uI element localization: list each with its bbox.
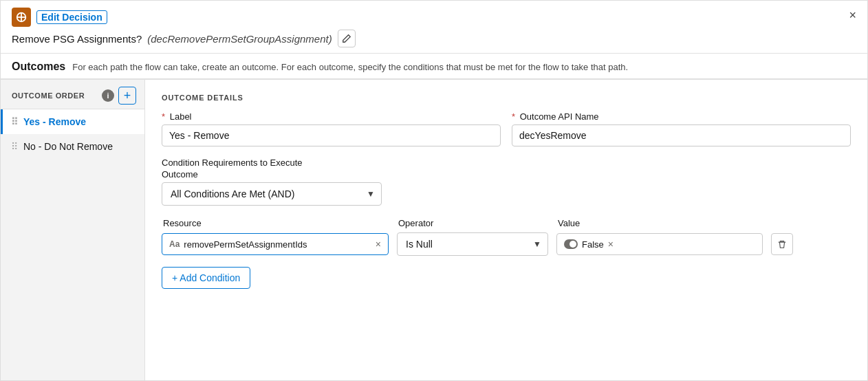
conditions-table: Resource Operator Value Aa removePermSet… (162, 218, 851, 256)
edit-name-button[interactable] (338, 30, 356, 47)
condition-req-label-2: Outcome (162, 169, 851, 179)
label-field-group: * Label (162, 111, 501, 146)
add-condition-button[interactable]: + Add Condition (162, 267, 250, 289)
condition-dropdown-wrapper: All Conditions Are Met (AND) Any Conditi… (162, 182, 382, 206)
sidebar-item-label-2: No - Do Not Remove (23, 141, 113, 152)
resource-type-icon: Aa (169, 239, 180, 249)
info-icon[interactable]: i (102, 89, 114, 102)
sidebar-header: OUTCOME ORDER i + (1, 80, 144, 109)
api-name-field-group: * Outcome API Name (512, 111, 851, 146)
modal-subtitle: Remove PSG Assignments? (decRemovePermSe… (12, 30, 856, 47)
sidebar-item-yes-remove[interactable]: ⠿ Yes - Remove (1, 109, 144, 134)
label-apiname-row: * Label * Outcome API Name (162, 111, 851, 146)
delete-condition-button[interactable] (771, 233, 793, 255)
col-header-value: Value (558, 218, 764, 228)
drag-handle-icon-2: ⠿ (11, 141, 18, 152)
api-name-required-star: * (512, 111, 515, 122)
resource-field[interactable]: Aa removePermSetAssignmentIds × (162, 233, 389, 255)
col-header-resource: Resource (163, 218, 390, 228)
subtitle-text: Remove PSG Assignments? (12, 33, 142, 45)
detail-panel: OUTCOME DETAILS * Label * Outcome API Na… (145, 80, 867, 380)
sidebar-header-text: OUTCOME ORDER (12, 91, 98, 100)
outcome-details-title: OUTCOME DETAILS (162, 94, 851, 102)
subtitle-italic: (decRemovePermSetGroupAssignment) (147, 33, 332, 45)
outcomes-header: Outcomes For each path the flow can take… (1, 54, 867, 80)
close-button[interactable]: × (849, 9, 856, 21)
sidebar-item-label: Yes - Remove (23, 116, 86, 127)
add-outcome-button[interactable]: + (118, 87, 136, 105)
condition-dropdown[interactable]: All Conditions Are Met (AND) Any Conditi… (162, 182, 382, 206)
resource-clear-button[interactable]: × (376, 239, 381, 250)
operator-dropdown-wrapper: Is Null ▼ (397, 232, 548, 256)
modal-title-row: Edit Decision × (12, 8, 856, 27)
edit-decision-modal: Edit Decision × Remove PSG Assignments? … (0, 0, 868, 381)
label-required-star: * (162, 111, 165, 122)
api-name-field-label: * Outcome API Name (512, 111, 851, 122)
operator-dropdown[interactable]: Is Null (397, 232, 548, 256)
value-clear-button[interactable]: × (608, 239, 614, 250)
sidebar-item-no-remove[interactable]: ⠿ No - Do Not Remove (1, 134, 144, 159)
main-content: OUTCOME ORDER i + ⠿ Yes - Remove ⠿ No - … (1, 80, 867, 380)
modal-title: Edit Decision (36, 10, 107, 24)
condition-req-label-1: Condition Requirements to Execute (162, 157, 851, 168)
condition-req-group: Condition Requirements to Execute Outcom… (162, 157, 851, 206)
label-field-label: * Label (162, 111, 501, 122)
col-headers: Resource Operator Value (162, 218, 851, 228)
api-name-input[interactable] (512, 124, 851, 146)
add-condition-label: + Add Condition (172, 272, 240, 283)
resource-value-text: removePermSetAssignmentIds (184, 239, 371, 250)
toggle-false-icon (564, 239, 578, 249)
modal-header: Edit Decision × Remove PSG Assignments? … (1, 1, 867, 54)
value-text: False (582, 239, 604, 250)
value-field[interactable]: False × (556, 233, 763, 255)
condition-row: Aa removePermSetAssignmentIds × Is Null … (162, 232, 851, 256)
app-icon (12, 8, 31, 27)
sidebar: OUTCOME ORDER i + ⠿ Yes - Remove ⠿ No - … (1, 80, 145, 380)
outcomes-title: Outcomes (12, 61, 65, 73)
drag-handle-icon: ⠿ (11, 116, 18, 127)
col-header-operator: Operator (398, 218, 550, 228)
outcomes-description: For each path the flow can take, create … (72, 62, 628, 72)
label-input[interactable] (162, 124, 501, 146)
